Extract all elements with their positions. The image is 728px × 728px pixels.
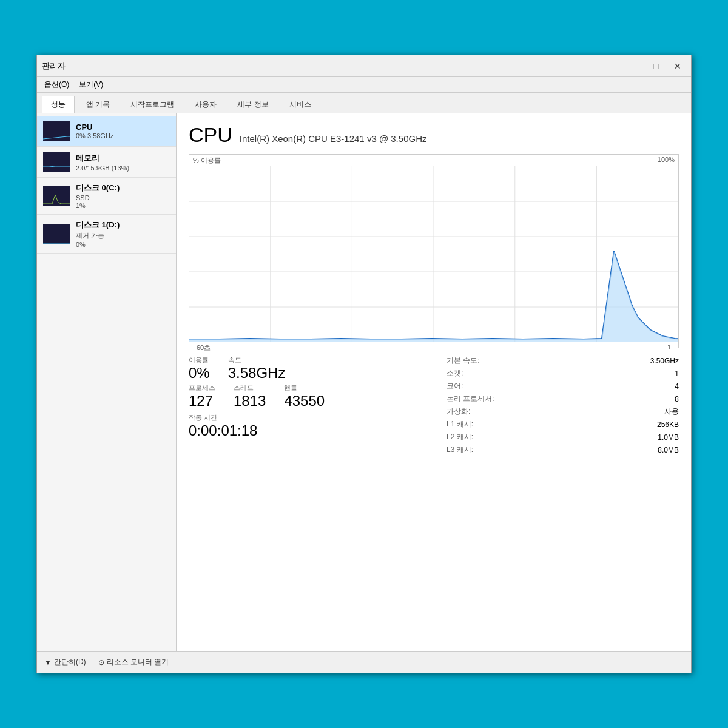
l1-row: L1 캐시: 256KB bbox=[447, 419, 679, 430]
content-area: CPU 0% 3.58GHz 메모리 2.0/15.9GB (13%) bbox=[37, 113, 691, 651]
base-speed-val: 3.50GHz bbox=[650, 357, 679, 365]
l2-val: 1.0MB bbox=[658, 433, 679, 442]
process-thread-handle-row: 프로세스 127 스레드 1813 핸들 43550 bbox=[189, 383, 422, 409]
cores-val: 4 bbox=[675, 382, 679, 391]
l2-key: L2 캐시: bbox=[447, 432, 473, 442]
processes-label: 프로세스 bbox=[189, 383, 215, 393]
l1-key: L1 캐시: bbox=[447, 419, 473, 430]
uptime-value: 0:00:01:18 bbox=[189, 423, 422, 439]
tab-services[interactable]: 서비스 bbox=[280, 96, 320, 113]
threads-label: 스레드 bbox=[234, 383, 266, 393]
processes-block: 프로세스 127 bbox=[189, 383, 215, 409]
cpu-stat: 0% 3.58GHz bbox=[76, 132, 170, 140]
disk0-info: 디스크 0(C:) SSD 1% bbox=[76, 183, 170, 209]
cores-row: 코어: 4 bbox=[447, 381, 679, 391]
utilization-block: 이용률 0% bbox=[189, 356, 210, 381]
footer-bar: ▼ 간단히(D) ⊙ 리소스 모니터 열기 bbox=[37, 651, 691, 673]
handles-label: 핸들 bbox=[284, 383, 325, 393]
memory-name: 메모리 bbox=[76, 153, 170, 164]
disk0-mini-chart bbox=[43, 186, 70, 206]
utilization-label: 이용률 bbox=[189, 356, 210, 365]
stats-right: 기본 속도: 3.50GHz 소켓: 1 코어: 4 논리 프로세서: bbox=[434, 356, 679, 455]
svg-rect-1 bbox=[43, 152, 70, 172]
cpu-info: CPU 0% 3.58GHz bbox=[76, 123, 170, 140]
handles-value: 43550 bbox=[284, 393, 325, 409]
cpu-chart-container: % 이용률 100% bbox=[189, 154, 679, 348]
chart-y-max: 100% bbox=[658, 156, 675, 165]
stats-grid: 이용률 0% 속도 3.58GHz 프로세스 127 bbox=[189, 356, 679, 455]
cpu-name: CPU bbox=[76, 123, 170, 132]
svg-rect-3 bbox=[43, 224, 70, 244]
logical-val: 8 bbox=[675, 395, 679, 403]
disk0-stat2: 1% bbox=[76, 202, 170, 209]
window-title: 관리자 bbox=[42, 61, 66, 72]
menu-view[interactable]: 보기(V) bbox=[74, 78, 108, 91]
utilization-value: 0% bbox=[189, 365, 210, 381]
virtualization-row: 가상화: 사용 bbox=[447, 406, 679, 417]
base-speed-key: 기본 속도: bbox=[447, 356, 480, 366]
disk1-mini-chart bbox=[43, 224, 70, 244]
disk0-name: 디스크 0(C:) bbox=[76, 183, 170, 194]
l3-val: 8.0MB bbox=[658, 446, 679, 454]
uptime-block: 작동 시간 0:00:01:18 bbox=[189, 413, 422, 439]
menu-bar: 옵션(O) 보기(V) bbox=[37, 77, 691, 93]
l2-row: L2 캐시: 1.0MB bbox=[447, 432, 679, 442]
memory-info: 메모리 2.0/15.9GB (13%) bbox=[76, 153, 170, 172]
sidebar: CPU 0% 3.58GHz 메모리 2.0/15.9GB (13%) bbox=[37, 113, 177, 651]
disk1-stat1: 제거 가능 bbox=[76, 231, 170, 240]
logical-row: 논리 프로세서: 8 bbox=[447, 394, 679, 404]
window-controls: — □ ✕ bbox=[625, 59, 686, 73]
minimize-footer[interactable]: ▼ 간단히(D) bbox=[44, 657, 86, 667]
sockets-row: 소켓: 1 bbox=[447, 368, 679, 379]
handles-block: 핸들 43550 bbox=[284, 383, 325, 409]
l3-row: L3 캐시: 8.0MB bbox=[447, 445, 679, 455]
task-manager-window: 관리자 — □ ✕ 옵션(O) 보기(V) 성능 앱 기록 시작프로그램 사용자… bbox=[36, 55, 692, 673]
disk0-stat1: SSD bbox=[76, 194, 170, 201]
logical-key: 논리 프로세서: bbox=[447, 394, 494, 404]
memory-mini-chart bbox=[43, 152, 70, 172]
sidebar-item-memory[interactable]: 메모리 2.0/15.9GB (13%) bbox=[37, 147, 176, 178]
sidebar-item-disk0[interactable]: 디스크 0(C:) SSD 1% bbox=[37, 178, 176, 215]
main-panel: CPU Intel(R) Xeon(R) CPU E3-1241 v3 @ 3.… bbox=[177, 113, 691, 651]
resource-monitor-label: 리소스 모니터 열기 bbox=[107, 657, 169, 667]
cpu-chart-svg bbox=[189, 166, 678, 342]
cpu-mini-chart bbox=[43, 121, 70, 141]
tabs-bar: 성능 앱 기록 시작프로그램 사용자 세부 정보 서비스 bbox=[37, 93, 691, 113]
processes-value: 127 bbox=[189, 393, 215, 409]
resource-monitor-icon: ⊙ bbox=[98, 658, 104, 667]
cores-key: 코어: bbox=[447, 381, 463, 391]
sidebar-item-cpu[interactable]: CPU 0% 3.58GHz bbox=[37, 116, 176, 147]
tab-performance[interactable]: 성능 bbox=[42, 96, 75, 113]
threads-value: 1813 bbox=[234, 393, 266, 409]
title-bar: 관리자 — □ ✕ bbox=[37, 55, 691, 77]
tab-details[interactable]: 세부 정보 bbox=[228, 96, 277, 113]
cpu-heading: CPU bbox=[189, 123, 232, 147]
disk1-stat2: 0% bbox=[76, 241, 170, 248]
cpu-model: Intel(R) Xeon(R) CPU E3-1241 v3 @ 3.50GH… bbox=[240, 133, 427, 144]
close-button[interactable]: ✕ bbox=[669, 59, 686, 73]
svg-rect-2 bbox=[43, 186, 70, 206]
memory-stat: 2.0/15.9GB (13%) bbox=[76, 164, 170, 172]
virtualization-val: 사용 bbox=[664, 406, 679, 417]
sidebar-item-disk1[interactable]: 디스크 1(D:) 제거 가능 0% bbox=[37, 215, 176, 254]
sockets-key: 소켓: bbox=[447, 368, 463, 379]
disk1-info: 디스크 1(D:) 제거 가능 0% bbox=[76, 220, 170, 248]
maximize-button[interactable]: □ bbox=[647, 59, 664, 73]
minimize-label: 간단히(D) bbox=[54, 657, 86, 667]
resource-monitor-button[interactable]: ⊙ 리소스 모니터 열기 bbox=[98, 657, 169, 667]
chart-y-label: % 이용률 bbox=[193, 156, 221, 165]
threads-block: 스레드 1813 bbox=[234, 383, 266, 409]
tab-startup[interactable]: 시작프로그램 bbox=[121, 96, 183, 113]
speed-value: 3.58GHz bbox=[228, 365, 286, 381]
virtualization-key: 가상화: bbox=[447, 406, 470, 417]
cpu-header: CPU Intel(R) Xeon(R) CPU E3-1241 v3 @ 3.… bbox=[189, 123, 679, 147]
specs-grid: 기본 속도: 3.50GHz 소켓: 1 코어: 4 논리 프로세서: bbox=[447, 356, 679, 455]
l3-key: L3 캐시: bbox=[447, 445, 473, 455]
tab-users[interactable]: 사용자 bbox=[186, 96, 226, 113]
tab-app-history[interactable]: 앱 기록 bbox=[77, 96, 119, 113]
l1-val: 256KB bbox=[657, 420, 679, 429]
minimize-button[interactable]: — bbox=[625, 59, 642, 73]
menu-options[interactable]: 옵션(O) bbox=[39, 78, 74, 91]
chart-x-end: 1 bbox=[664, 342, 675, 354]
utilization-speed-row: 이용률 0% 속도 3.58GHz bbox=[189, 356, 422, 381]
